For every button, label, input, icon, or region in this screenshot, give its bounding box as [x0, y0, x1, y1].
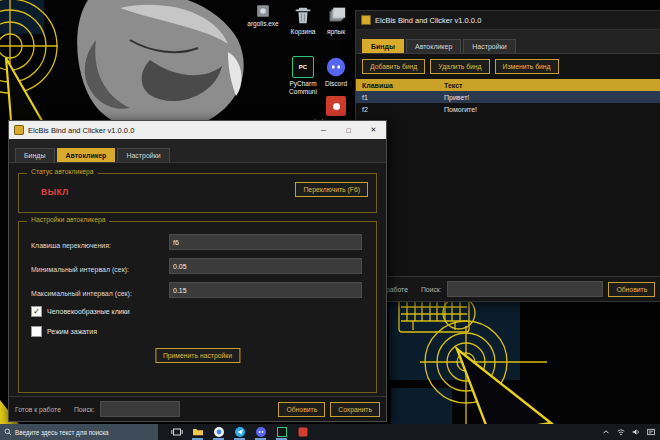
- status-bar: Готов к работе Поиск: Обновить Сохранить: [356, 276, 660, 301]
- window-controls: ─ □ ✕: [311, 121, 386, 139]
- red-shortcut-icon: [326, 96, 346, 116]
- min-interval-label: Минимальный интервал (сек):: [31, 266, 129, 273]
- column-text[interactable]: Текст: [438, 79, 660, 91]
- field-row: Минимальный интервал (сек):: [31, 258, 368, 274]
- titlebar[interactable]: ElcBis Bind and Clicker v1.0.0.0 ─ □ ✕: [9, 121, 386, 139]
- taskbar-search-text: Введите здесь текст для поиска: [15, 429, 109, 436]
- telegram-icon: [234, 426, 246, 438]
- bind-text: Привет!: [438, 91, 660, 103]
- exe-icon: [256, 4, 270, 18]
- desktop-icon-discord[interactable]: Discord: [314, 56, 358, 88]
- add-bind-button[interactable]: Добавить бинд: [362, 59, 425, 74]
- tab-binds[interactable]: Бинды: [362, 39, 404, 53]
- hold-mode-checkbox[interactable]: Режим зажатия: [31, 326, 97, 337]
- toggle-key-label: Клавиша переключения:: [31, 242, 111, 249]
- desktop-icon-shortcut[interactable]: ярлык: [314, 4, 358, 36]
- discord-icon: [255, 426, 267, 438]
- system-tray: [598, 424, 660, 440]
- tab-binds[interactable]: Бинды: [15, 148, 55, 162]
- pycharm-icon: [292, 56, 314, 78]
- toggle-button[interactable]: Переключить (F6): [295, 182, 368, 197]
- edit-bind-button[interactable]: Изменить бинд: [495, 59, 559, 74]
- table-row[interactable]: f1 Привет!: [356, 91, 660, 103]
- close-button[interactable]: ✕: [361, 121, 386, 139]
- search-label: Поиск:: [421, 286, 442, 293]
- checkbox-label: Человекообразные клики: [47, 308, 130, 315]
- field-row: Клавиша переключения:: [31, 234, 368, 250]
- status-text: Готов к работе: [15, 406, 61, 413]
- taskbar-search[interactable]: Введите здесь текст для поиска: [0, 424, 158, 440]
- settings-group: Настройки автокликера Клавиша переключен…: [18, 221, 377, 393]
- tab-strip: Бинды Автокликер Настройки: [9, 139, 386, 163]
- window-title: ElcBis Bind and Clicker v1.0.0.0: [28, 126, 134, 135]
- browser-icon: [213, 426, 225, 438]
- max-interval-input[interactable]: [169, 282, 362, 298]
- tray-network[interactable]: [613, 424, 628, 440]
- maximize-button[interactable]: □: [336, 121, 361, 139]
- titlebar[interactable]: ElcBis Bind and Clicker v1.0.0.0: [356, 11, 660, 30]
- search-icon: [4, 428, 12, 436]
- taskbar-app-red[interactable]: [292, 424, 313, 440]
- status-group: Статус автокликера ВЫКЛ Переключить (F6): [18, 173, 377, 213]
- tab-autoclicker[interactable]: Автокликер: [57, 148, 116, 162]
- taskbar-app-browser[interactable]: [208, 424, 229, 440]
- bind-key: f1: [356, 91, 438, 103]
- search-input[interactable]: [447, 281, 604, 297]
- apply-settings-button[interactable]: Применить настройки: [155, 348, 240, 363]
- checkbox-box: [31, 326, 42, 337]
- settings-group-title: Настройки автокликера: [27, 217, 109, 224]
- chevron-up-icon: [601, 427, 611, 437]
- checkbox-label: Режим зажатия: [47, 328, 97, 335]
- table-row[interactable]: f2 Помогите!: [356, 103, 660, 115]
- red-app-icon: [297, 426, 309, 438]
- discord-icon: [325, 56, 347, 78]
- checkbox-box: ✓: [31, 306, 42, 317]
- action-center-icon: [646, 427, 656, 437]
- tab-autoclicker[interactable]: Автокликер: [406, 39, 461, 53]
- taskbar-app-file-explorer[interactable]: [187, 424, 208, 440]
- min-interval-input[interactable]: [169, 258, 362, 274]
- binds-table-header: Клавиша Текст: [356, 79, 660, 91]
- max-interval-label: Максимальный интервал (сек):: [31, 290, 132, 297]
- column-key[interactable]: Клавиша: [356, 79, 438, 91]
- app-icon: [361, 15, 371, 25]
- autoclicker-state: ВЫКЛ: [41, 187, 69, 197]
- tab-settings[interactable]: Настройки: [117, 148, 169, 162]
- task-view-button[interactable]: [166, 424, 187, 440]
- tray-volume[interactable]: [628, 424, 643, 440]
- wallpaper-figure: [77, 0, 244, 132]
- tray-expand-button[interactable]: [598, 424, 613, 440]
- refresh-button[interactable]: Обновить: [608, 282, 655, 297]
- desktop-icon-label: argolis.exe: [247, 20, 278, 28]
- pycharm-icon: [276, 426, 288, 438]
- tab-settings[interactable]: Настройки: [463, 39, 515, 53]
- autoclicker-panel: Статус автокликера ВЫКЛ Переключить (F6)…: [9, 163, 386, 396]
- save-button[interactable]: Сохранить: [330, 402, 380, 417]
- window-title: ElcBis Bind and Clicker v1.0.0.0: [375, 16, 481, 25]
- app-icon: [14, 125, 24, 135]
- taskbar-app-discord[interactable]: [250, 424, 271, 440]
- search-input[interactable]: [100, 401, 180, 417]
- desktop-icon-label: ярлык: [327, 28, 345, 36]
- taskbar-app-pycharm[interactable]: [271, 424, 292, 440]
- field-row: Максимальный интервал (сек):: [31, 282, 368, 298]
- desktop-icon-label: Discord: [325, 80, 347, 88]
- file-explorer-icon: [192, 426, 204, 438]
- volume-icon: [631, 427, 641, 437]
- task-view-icon: [171, 426, 183, 438]
- window-binds: ElcBis Bind and Clicker v1.0.0.0 Бинды А…: [355, 10, 660, 302]
- tray-action-center[interactable]: [643, 424, 658, 440]
- taskbar-app-telegram[interactable]: [229, 424, 250, 440]
- network-icon: [616, 427, 626, 437]
- minimize-button[interactable]: ─: [311, 121, 336, 139]
- toggle-key-input[interactable]: [169, 234, 362, 250]
- refresh-button[interactable]: Обновить: [278, 402, 325, 417]
- delete-bind-button[interactable]: Удалить бинд: [430, 59, 489, 74]
- binds-toolbar: Добавить бинд Удалить бинд Изменить бинд: [356, 54, 660, 79]
- humanlike-clicks-checkbox[interactable]: ✓ Человекообразные клики: [31, 306, 130, 317]
- taskbar: Введите здесь текст для поиска: [0, 424, 660, 440]
- status-bar: Готов к работе Поиск: Обновить Сохранить: [9, 396, 386, 421]
- tab-strip: Бинды Автокликер Настройки: [356, 30, 660, 54]
- status-group-title: Статус автокликера: [27, 169, 98, 176]
- bind-key: f2: [356, 103, 438, 115]
